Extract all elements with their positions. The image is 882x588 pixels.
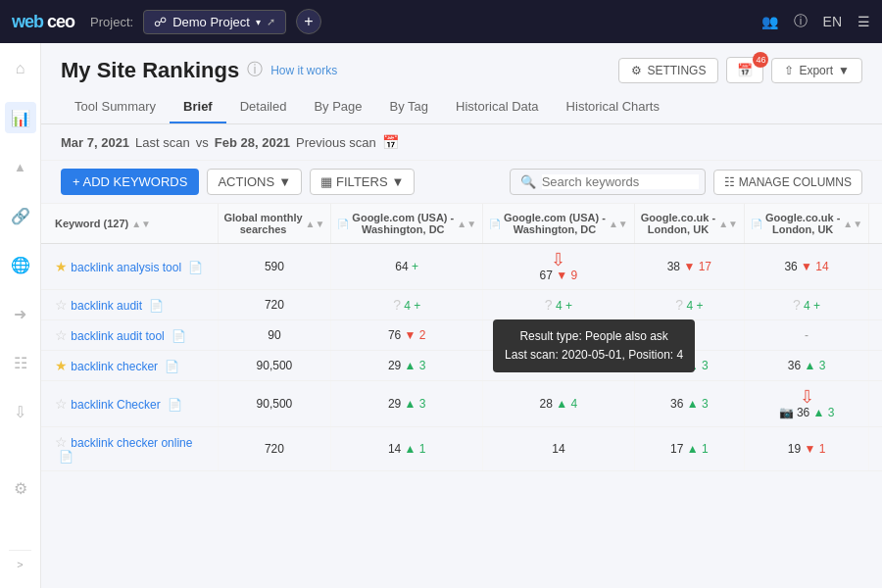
google-usa2-label: Google.com (USA) -Washington, DC [504,212,606,235]
export-button[interactable]: ⇧ Export ▼ [771,58,862,83]
google-uk1-label: Google.co.uk -London, UK [641,212,715,235]
col-header-google-usa1[interactable]: 📄 Google.com (USA) -Washington, DC ▲▼ [331,204,483,244]
users-icon[interactable]: 👥 [761,14,778,29]
sidebar-item-tag[interactable]: ➜ [5,298,36,329]
search-input[interactable] [542,174,699,189]
toolbar-right: 🔍 ☷ MANAGE COLUMNS [510,169,862,195]
google-uk2-label: Google.co.uk -London, UK [765,212,840,235]
trend-icon-up: ▲ [804,359,815,372]
sort-icon: ▲▼ [131,219,151,229]
question-mark-tooltip-trigger[interactable]: ? [545,297,553,313]
g-usa2-cell: ? 4 + Result type: People also ask Last … [483,290,635,320]
keyword-link[interactable]: backlink checker online [71,436,192,450]
tab-historical-data[interactable]: Historical Data [442,91,553,123]
header-actions: ⚙ SETTINGS 📅 46 ⇧ Export ▼ [618,57,862,83]
star-icon[interactable]: ★ [55,358,68,373]
project-name: Demo Project [172,15,250,29]
star-empty-icon[interactable]: ☆ [55,396,68,412]
keyword-link[interactable]: backlink analysis tool [71,261,181,274]
keyword-cell: ★ backlink analysis tool 📄 [41,244,218,290]
table-row: ★ backlink analysis tool 📄 590 64 + ⇩ 67… [41,244,882,290]
trend-icon-up: ▲ [813,406,825,419]
prev-scan-label: Previous scan [296,135,376,150]
doc-icon: 📄 [188,261,203,274]
top-navigation: web ceo Project: ☍ Demo Project ▾ ➚ + 👥 … [0,0,882,43]
star-empty-icon[interactable]: ☆ [55,327,68,343]
menu-icon[interactable]: ☰ [858,14,870,29]
youtube-cell [869,244,882,290]
chevron-down-icon: ▼ [392,174,405,189]
help-icon[interactable]: ⓘ [794,13,808,30]
manage-columns-button[interactable]: ☷ MANAGE COLUMNS [713,170,862,195]
tab-detailed[interactable]: Detailed [226,91,301,123]
star-icon[interactable]: ★ [55,259,68,274]
chevron-down-icon: ▼ [278,174,291,189]
star-empty-icon[interactable]: ☆ [55,297,68,313]
sort-icon: ▲▼ [306,219,325,229]
keyword-link[interactable]: backlink checker [71,360,158,373]
g-usa1-cell: 64 + [331,244,483,290]
col-header-youtube[interactable]: YoutubeCorp Cha... [869,204,882,244]
google-usa1-label: Google.com (USA) -Washington, DC [352,212,454,235]
tab-by-tag[interactable]: By Tag [376,91,443,123]
g-uk2-cell: 36 ▲ 3 [744,351,868,381]
sidebar-item-settings[interactable]: ⚙ [5,473,36,505]
sort-icon: ▲▼ [718,219,738,229]
keyword-link[interactable]: backlink audit [71,299,142,313]
g-uk2-cell: 36 ▼ 14 [744,244,868,290]
col-header-keyword[interactable]: Keyword (127) ▲▼ [41,204,218,244]
sort-icon: ▲▼ [609,219,628,229]
table-header-row: Keyword (127) ▲▼ Global monthlysearches … [41,204,882,244]
upload-icon: ⇧ [784,64,794,77]
project-selector[interactable]: ☍ Demo Project ▾ ➚ [143,10,286,34]
table-row: ☆ backlink audit tool 📄 90 76 ▼ 2 - - - [41,320,882,351]
col-header-google-usa2[interactable]: 📄 Google.com (USA) -Washington, DC ▲▼ [483,204,635,244]
chevron-down-icon: ▼ [838,64,850,77]
col-header-google-uk2[interactable]: 📄 Google.co.uk -London, UK ▲▼ [744,204,868,244]
trend-icon-down: ▼ [683,260,695,273]
how-it-works-link[interactable]: How it works [270,64,337,77]
g-usa1-cell: ? 4 + [331,290,483,320]
doc-icon: 📄 [59,450,74,464]
columns-icon: ☷ [724,175,735,189]
tab-tool-summary[interactable]: Tool Summary [61,91,170,123]
add-keywords-button[interactable]: + ADD KEYWORDS [61,169,199,195]
g-uk1-cell: 36 ▲ 3 [634,381,744,427]
actions-button[interactable]: ACTIONS ▼ [207,169,302,195]
tooltip-line2: Last scan: 2020-05-01, Position: 4 [505,346,683,365]
calendar-button[interactable]: 📅 46 [726,57,763,83]
searches-cell: 720 [218,427,331,471]
col-header-searches[interactable]: Global monthlysearches ▲▼ [218,204,331,244]
star-empty-icon[interactable]: ☆ [55,434,68,450]
doc-icon: 📄 [165,360,179,373]
keyword-cell: ☆ backlink audit 📄 [41,290,218,320]
sidebar-item-bars[interactable]: ☷ [5,347,36,378]
sidebar-expand-button[interactable]: > [9,550,30,578]
search-icon: 🔍 [520,174,536,189]
trend-icon-up: ▲ [687,442,699,456]
col-header-google-uk1[interactable]: Google.co.uk -London, UK ▲▼ [634,204,744,244]
sidebar-item-analytics[interactable]: 📊 [5,102,36,133]
sidebar-item-link[interactable]: 🔗 [5,200,36,231]
g-usa2-cell: 28 ▲ 4 [483,381,635,427]
lang-selector[interactable]: EN [823,14,842,29]
main-layout: ⌂ 📊 ▲ 🔗 🌐 ➜ ☷ ⇩ ⚙ > My Site Rankings ⓘ H… [0,43,882,588]
sidebar-item-home[interactable]: ⌂ [5,53,36,84]
tab-historical-charts[interactable]: Historical Charts [553,91,673,123]
filters-button[interactable]: ▦ FILTERS ▼ [310,169,415,195]
add-project-button[interactable]: + [296,9,321,34]
date-picker-icon[interactable]: 📅 [382,134,399,150]
tab-by-page[interactable]: By Page [300,91,375,123]
keyword-link[interactable]: backlink audit tool [71,329,164,343]
trend-icon-down: ▼ [556,269,567,282]
sidebar-item-globe[interactable]: 🌐 [5,249,36,280]
sidebar-item-down[interactable]: ⇩ [5,396,36,427]
trend-icon-down: ▼ [804,442,815,456]
external-link-icon: ➚ [267,16,275,28]
settings-button[interactable]: ⚙ SETTINGS [618,58,718,83]
youtube-cell [869,381,882,427]
sidebar-item-chart[interactable]: ▲ [5,151,36,182]
search-box: 🔍 [510,169,706,195]
keyword-link[interactable]: backlink Checker [71,398,160,412]
tab-brief[interactable]: Brief [170,91,226,123]
